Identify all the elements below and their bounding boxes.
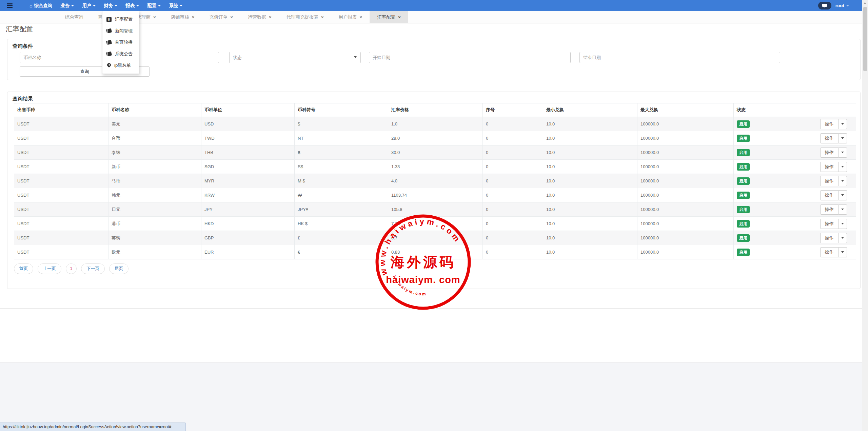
tab-7[interactable]: 用户报表× xyxy=(331,11,370,23)
nav-item-1[interactable]: 业务 xyxy=(56,0,78,11)
cell-unit: SGD xyxy=(201,160,295,174)
action-button[interactable]: 操作 xyxy=(820,176,839,186)
action-dropdown-toggle[interactable] xyxy=(839,162,847,172)
tab-3[interactable]: 店铺审核× xyxy=(163,11,202,23)
action-button[interactable]: 操作 xyxy=(820,133,839,143)
menu-item-2[interactable]: 首页轮播 xyxy=(102,37,139,48)
page-current[interactable]: 1 xyxy=(66,263,77,274)
status-badge: 启用 xyxy=(737,177,750,185)
action-button[interactable]: 操作 xyxy=(820,148,839,158)
action-dropdown-toggle[interactable] xyxy=(839,119,847,129)
nav-item-2[interactable]: 用户 xyxy=(78,0,100,11)
tab-6[interactable]: 代理商充提报表× xyxy=(279,11,331,23)
nav-items: ⌂综合查询业务用户财务报表配置系统 xyxy=(25,0,186,11)
close-icon[interactable]: × xyxy=(230,15,233,19)
action-dropdown-toggle[interactable] xyxy=(839,176,847,186)
cell-actions: 操作 xyxy=(811,117,856,131)
close-icon[interactable]: × xyxy=(398,15,401,19)
cell-name: 新币 xyxy=(108,160,201,174)
cell-actions: 操作 xyxy=(811,231,856,245)
action-dropdown-toggle[interactable] xyxy=(839,190,847,200)
map-marker-icon xyxy=(106,62,112,68)
table-row-9: USDT欧元EUR€0.83010.0100000.0启用操作 xyxy=(14,245,856,259)
action-dropdown-toggle[interactable] xyxy=(839,133,847,143)
cell-symbol: € xyxy=(295,245,388,259)
top-navbar: ⌂综合查询业务用户财务报表配置系统 root xyxy=(0,0,868,11)
results-panel: 查询结果 出售币种币种名称币种单位币种符号汇率价格序号最小兑换最大兑换状态 US… xyxy=(7,92,861,289)
nav-item-6[interactable]: 系统 xyxy=(165,0,186,11)
user-menu[interactable]: root xyxy=(835,3,849,8)
select-chevron-down-icon xyxy=(354,56,357,58)
cell-status: 启用 xyxy=(734,245,811,259)
scroll-up-arrow-icon[interactable] xyxy=(864,2,866,4)
cell-min: 10.0 xyxy=(543,145,637,160)
action-button[interactable]: 操作 xyxy=(820,190,839,200)
status-select[interactable]: 状态 xyxy=(229,52,361,63)
cell-rate: 30.0 xyxy=(388,145,483,160)
tab-0[interactable]: 综合查询 xyxy=(58,11,91,23)
status-badge: 启用 xyxy=(737,135,750,142)
menu-item-3[interactable]: 系统公告 xyxy=(102,48,139,60)
action-dropdown-toggle[interactable] xyxy=(839,247,847,257)
action-dropdown-toggle[interactable] xyxy=(839,219,847,229)
nav-item-0[interactable]: ⌂综合查询 xyxy=(25,0,56,11)
cell-max: 100000.0 xyxy=(637,145,734,160)
status-badge: 启用 xyxy=(737,206,750,213)
tab-5[interactable]: 运营数据× xyxy=(240,11,279,23)
cell-symbol: NT xyxy=(295,131,388,145)
page-button-0[interactable]: 首页 xyxy=(14,263,33,274)
action-button[interactable]: 操作 xyxy=(820,162,839,172)
action-button-group: 操作 xyxy=(820,247,847,257)
close-icon[interactable]: × xyxy=(153,15,156,19)
query-section-title: 查询条件 xyxy=(13,43,33,50)
menu-item-0[interactable]: H汇率配置 xyxy=(102,14,139,25)
action-dropdown-toggle[interactable] xyxy=(839,148,847,158)
menu-item-label: 首页轮播 xyxy=(115,39,133,45)
menu-item-1[interactable]: 新闻管理 xyxy=(102,25,139,37)
book-icon xyxy=(106,28,112,34)
end-date-input[interactable] xyxy=(579,52,780,63)
cell-rate: 1.0 xyxy=(388,117,483,131)
cell-status: 启用 xyxy=(734,131,811,145)
results-section-title: 查询结果 xyxy=(13,96,33,102)
action-dropdown-toggle[interactable] xyxy=(839,233,847,243)
hamburger-menu-icon[interactable] xyxy=(7,3,13,8)
menu-item-4[interactable]: ip黑名单 xyxy=(102,60,139,71)
nav-item-4[interactable]: 报表 xyxy=(121,0,143,11)
action-button[interactable]: 操作 xyxy=(820,119,839,129)
action-button[interactable]: 操作 xyxy=(820,204,839,215)
close-icon[interactable]: × xyxy=(192,15,195,19)
cell-unit: JPY xyxy=(201,202,295,217)
action-button[interactable]: 操作 xyxy=(820,233,839,243)
cell-seq: 0 xyxy=(483,231,543,245)
action-button[interactable]: 操作 xyxy=(820,247,839,257)
chevron-down-icon xyxy=(841,152,844,153)
vertical-scrollbar[interactable] xyxy=(862,0,868,431)
scrollbar-thumb[interactable] xyxy=(863,7,867,71)
close-icon[interactable]: × xyxy=(321,15,324,19)
cell-seq: 0 xyxy=(483,160,543,174)
action-dropdown-toggle[interactable] xyxy=(839,204,847,215)
column-header-2: 币种单位 xyxy=(201,103,295,117)
start-date-input[interactable] xyxy=(369,52,571,63)
close-icon[interactable]: × xyxy=(269,15,272,19)
nav-item-5[interactable]: 配置 xyxy=(143,0,165,11)
book-icon xyxy=(106,40,112,45)
page-button-3[interactable]: 下一页 xyxy=(81,263,105,274)
status-url: https://tiktok.jiuzhouw.top/admin/normal… xyxy=(3,425,171,429)
tab-label: 代理商充提报表 xyxy=(286,14,318,20)
page-button-4[interactable]: 尾页 xyxy=(109,263,129,274)
messages-button[interactable] xyxy=(818,2,831,9)
nav-item-3[interactable]: 财务 xyxy=(100,0,121,11)
close-icon[interactable]: × xyxy=(360,15,362,19)
tab-8[interactable]: 汇率配置× xyxy=(370,11,408,23)
table-row-6: USDT日元JPYJPY¥105.8010.0100000.0启用操作 xyxy=(14,202,856,217)
column-header-3: 币种符号 xyxy=(295,103,388,117)
status-badge: 启用 xyxy=(737,234,750,242)
page-button-1[interactable]: 上一页 xyxy=(38,263,61,274)
cell-symbol: S$ xyxy=(295,160,388,174)
table-row-5: USDT韩元KRW₩1103.74010.0100000.0启用操作 xyxy=(14,188,856,202)
cell-rate: 1103.74 xyxy=(388,188,483,202)
action-button[interactable]: 操作 xyxy=(820,219,839,229)
tab-4[interactable]: 充值订单× xyxy=(202,11,240,23)
